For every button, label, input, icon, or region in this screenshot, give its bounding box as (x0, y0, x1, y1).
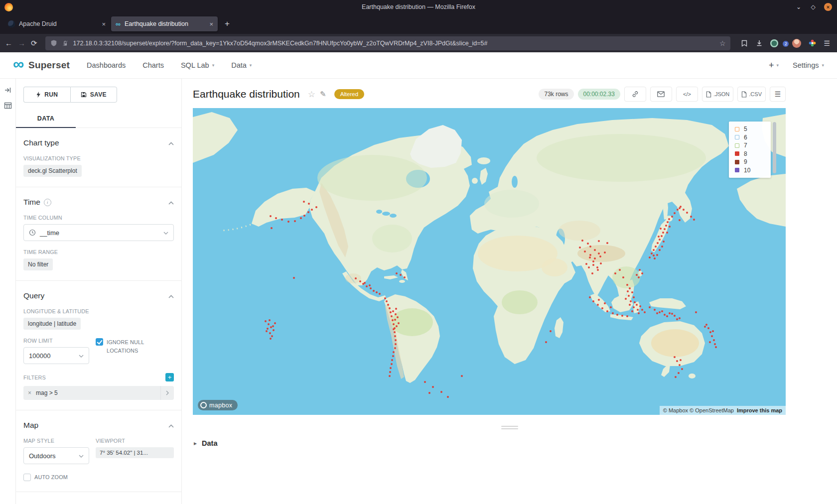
extension-pinwheel-icon[interactable] (808, 39, 817, 47)
legend-item[interactable]: 7 (735, 141, 771, 150)
chevron-up-icon[interactable] (168, 291, 174, 300)
tab-data[interactable]: DATA (16, 110, 76, 128)
time-column-value: __time (40, 229, 59, 237)
export-json-button[interactable]: .JSON (702, 87, 733, 102)
altered-badge[interactable]: Altered (334, 89, 364, 99)
scatter-point (610, 306, 612, 308)
section-chart-type[interactable]: Chart type (23, 138, 174, 147)
nav-item-dashboards[interactable]: Dashboards (87, 61, 126, 69)
time-column-select[interactable]: __time (23, 224, 174, 241)
save-to-library-icon[interactable] (740, 39, 748, 47)
run-button[interactable]: RUN (23, 87, 70, 103)
row-limit-select[interactable]: 100000 (23, 347, 89, 364)
scatter-point (596, 266, 598, 268)
envelope-icon (657, 91, 665, 97)
legend-item[interactable]: 9 (735, 158, 771, 166)
save-button[interactable]: SAVE (70, 87, 118, 103)
edit-title-icon[interactable]: ✎ (320, 90, 326, 99)
export-csv-button[interactable]: .CSV (737, 87, 766, 102)
nav-item-sql-lab[interactable]: SQL Lab▾ (181, 61, 214, 69)
legend-item[interactable]: 6 (735, 133, 771, 142)
section-time[interactable]: Time i (23, 198, 174, 207)
filter-chip[interactable]: × mag > 5 (23, 386, 174, 400)
account-avatar-icon[interactable] (792, 39, 801, 48)
data-results-collapse[interactable]: ▸ Data (194, 435, 837, 451)
time-range-chip[interactable]: No filter (23, 258, 53, 270)
favorite-star-icon[interactable]: ☆ (308, 89, 315, 100)
window-titlebar[interactable]: Earthquake distribution — Mozilla Firefo… (0, 0, 837, 14)
section-map[interactable]: Map (23, 421, 174, 430)
map-style-value: Outdoors (29, 452, 55, 460)
scatter-point (661, 235, 663, 237)
viz-type-chip[interactable]: deck.gl Scatterplot (23, 165, 82, 177)
scatter-point (655, 246, 657, 248)
attribution-text[interactable]: © Mapbox © OpenStreetMap (663, 407, 734, 413)
add-filter-button[interactable]: + (165, 373, 174, 381)
expand-panel-icon[interactable] (4, 86, 12, 94)
legend-scrollbar[interactable] (773, 122, 776, 173)
map-canvas[interactable]: 5678910 mapbox © Mapbox © OpenStreetMap … (193, 108, 786, 415)
map-style-select[interactable]: Outdoors (23, 447, 89, 464)
reload-button[interactable]: ⟳ (31, 39, 37, 48)
window-minimize-button[interactable]: ⌄ (795, 3, 802, 10)
map-legend[interactable]: 5678910 (729, 122, 771, 178)
chevron-up-icon[interactable] (168, 421, 174, 430)
section-title: Query (23, 291, 44, 300)
superset-logo[interactable]: ∞ Superset (13, 59, 70, 72)
new-item-button[interactable]: +▾ (769, 60, 779, 71)
new-tab-button[interactable]: + (221, 17, 234, 30)
menu-icon[interactable]: ☰ (824, 39, 830, 47)
brand-name: Superset (28, 60, 70, 71)
browser-tab-earthquake[interactable]: ∞ Earthquake distribution × (111, 16, 218, 31)
chevron-up-icon[interactable] (168, 138, 174, 147)
ignore-null-checkbox[interactable] (96, 338, 103, 346)
section-title: Time (23, 198, 40, 207)
forward-button[interactable]: → (18, 39, 25, 47)
auto-zoom-checkline[interactable]: AUTO ZOOM (23, 473, 174, 482)
collapse-caret-icon: ▸ (194, 440, 197, 447)
scatter-point (587, 243, 589, 245)
back-button[interactable]: ← (5, 39, 12, 47)
nav-item-charts[interactable]: Charts (142, 61, 164, 69)
window-maximize-button[interactable]: ◇ (810, 3, 817, 10)
tracking-shield-icon[interactable] (50, 39, 57, 47)
lonlat-chip[interactable]: longitude | latitude (23, 318, 81, 330)
scatter-point (379, 293, 381, 295)
legend-item[interactable]: 8 (735, 150, 771, 158)
embed-code-button[interactable]: </> (676, 87, 698, 102)
window-close-button[interactable]: × (824, 3, 832, 11)
legend-item[interactable]: 10 (735, 166, 771, 175)
insecure-lock-icon[interactable] (62, 40, 69, 47)
auto-zoom-checkbox[interactable] (23, 474, 31, 481)
scatter-point (267, 328, 269, 330)
browser-tab-druid[interactable]: Apache Druid × (3, 16, 110, 31)
tab-close-icon[interactable]: × (102, 20, 106, 28)
copy-link-button[interactable] (624, 87, 646, 102)
nav-item-data[interactable]: Data▾ (231, 61, 252, 69)
scatter-point (390, 367, 392, 369)
url-text[interactable]: 172.18.0.3:32108/superset/explore/?form_… (73, 40, 715, 47)
panel-resize-handle[interactable] (501, 426, 518, 429)
remove-filter-icon[interactable]: × (23, 389, 36, 396)
url-bar[interactable]: 172.18.0.3:32108/superset/explore/?form_… (45, 36, 731, 50)
chart-options-menu[interactable]: ☰ (770, 87, 786, 102)
datasource-grid-icon[interactable] (4, 102, 12, 110)
bookmark-star-icon[interactable]: ☆ (719, 39, 726, 47)
mapbox-logo[interactable]: mapbox (198, 400, 238, 410)
filter-expand-icon[interactable] (160, 386, 174, 400)
scatter-point (656, 312, 658, 314)
chevron-up-icon[interactable] (168, 198, 174, 207)
extension-icon-circle[interactable] (770, 39, 778, 47)
viewport-chip[interactable]: 7° 35' 54.02" | 31... (96, 447, 174, 458)
screen: Earthquake distribution — Mozilla Firefo… (0, 0, 837, 504)
downloads-icon[interactable] (755, 39, 763, 47)
settings-menu[interactable]: Settings▾ (793, 61, 824, 69)
tab-close-icon[interactable]: × (209, 20, 213, 28)
legend-item[interactable]: 5 (735, 125, 771, 133)
email-share-button[interactable] (650, 87, 672, 102)
scatter-point (393, 323, 395, 325)
ignore-null-checkline[interactable]: IGNORE NULL LOCATIONS (96, 338, 174, 355)
improve-map-link[interactable]: Improve this map (737, 407, 782, 413)
chevron-down-icon (79, 353, 84, 359)
section-query[interactable]: Query (23, 291, 174, 300)
